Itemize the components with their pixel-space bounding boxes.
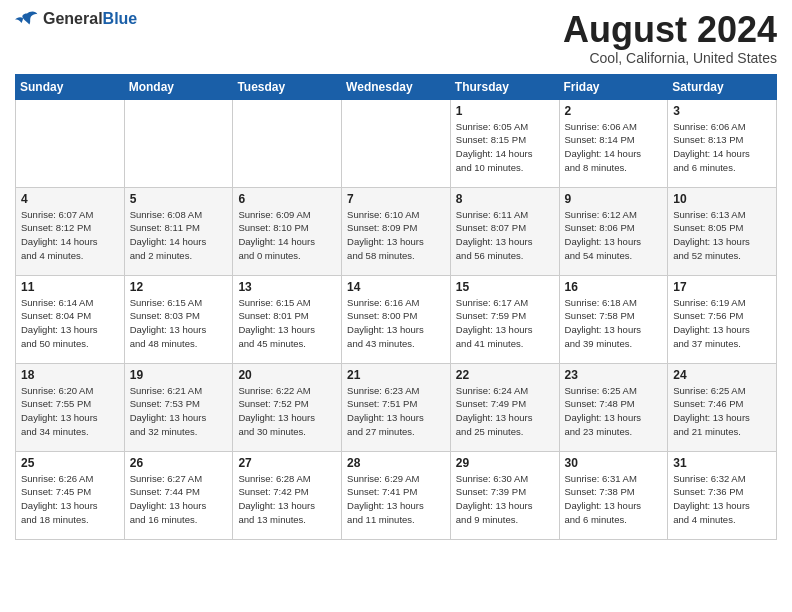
calendar-cell: 13Sunrise: 6:15 AM Sunset: 8:01 PM Dayli… bbox=[233, 275, 342, 363]
calendar-cell: 9Sunrise: 6:12 AM Sunset: 8:06 PM Daylig… bbox=[559, 187, 668, 275]
header-cell-thursday: Thursday bbox=[450, 74, 559, 99]
day-info: Sunrise: 6:29 AM Sunset: 7:41 PM Dayligh… bbox=[347, 472, 445, 527]
day-number: 21 bbox=[347, 368, 445, 382]
day-info: Sunrise: 6:20 AM Sunset: 7:55 PM Dayligh… bbox=[21, 384, 119, 439]
day-number: 26 bbox=[130, 456, 228, 470]
day-number: 29 bbox=[456, 456, 554, 470]
day-number: 16 bbox=[565, 280, 663, 294]
calendar-week-2: 11Sunrise: 6:14 AM Sunset: 8:04 PM Dayli… bbox=[16, 275, 777, 363]
day-number: 9 bbox=[565, 192, 663, 206]
day-info: Sunrise: 6:10 AM Sunset: 8:09 PM Dayligh… bbox=[347, 208, 445, 263]
location-title: Cool, California, United States bbox=[563, 50, 777, 66]
calendar-cell: 26Sunrise: 6:27 AM Sunset: 7:44 PM Dayli… bbox=[124, 451, 233, 539]
day-info: Sunrise: 6:22 AM Sunset: 7:52 PM Dayligh… bbox=[238, 384, 336, 439]
header-cell-wednesday: Wednesday bbox=[342, 74, 451, 99]
day-info: Sunrise: 6:15 AM Sunset: 8:01 PM Dayligh… bbox=[238, 296, 336, 351]
calendar-week-4: 25Sunrise: 6:26 AM Sunset: 7:45 PM Dayli… bbox=[16, 451, 777, 539]
calendar-cell: 2Sunrise: 6:06 AM Sunset: 8:14 PM Daylig… bbox=[559, 99, 668, 187]
day-number: 14 bbox=[347, 280, 445, 294]
day-info: Sunrise: 6:23 AM Sunset: 7:51 PM Dayligh… bbox=[347, 384, 445, 439]
day-number: 1 bbox=[456, 104, 554, 118]
day-info: Sunrise: 6:26 AM Sunset: 7:45 PM Dayligh… bbox=[21, 472, 119, 527]
day-number: 30 bbox=[565, 456, 663, 470]
calendar-table: SundayMondayTuesdayWednesdayThursdayFrid… bbox=[15, 74, 777, 540]
header: GeneralBlue August 2024 Cool, California… bbox=[15, 10, 777, 66]
day-number: 10 bbox=[673, 192, 771, 206]
calendar-week-0: 1Sunrise: 6:05 AM Sunset: 8:15 PM Daylig… bbox=[16, 99, 777, 187]
day-info: Sunrise: 6:31 AM Sunset: 7:38 PM Dayligh… bbox=[565, 472, 663, 527]
calendar-cell: 3Sunrise: 6:06 AM Sunset: 8:13 PM Daylig… bbox=[668, 99, 777, 187]
calendar-cell: 24Sunrise: 6:25 AM Sunset: 7:46 PM Dayli… bbox=[668, 363, 777, 451]
header-row: SundayMondayTuesdayWednesdayThursdayFrid… bbox=[16, 74, 777, 99]
calendar-cell: 5Sunrise: 6:08 AM Sunset: 8:11 PM Daylig… bbox=[124, 187, 233, 275]
day-number: 20 bbox=[238, 368, 336, 382]
title-area: August 2024 Cool, California, United Sta… bbox=[563, 10, 777, 66]
day-number: 7 bbox=[347, 192, 445, 206]
calendar-cell: 30Sunrise: 6:31 AM Sunset: 7:38 PM Dayli… bbox=[559, 451, 668, 539]
day-number: 8 bbox=[456, 192, 554, 206]
day-info: Sunrise: 6:27 AM Sunset: 7:44 PM Dayligh… bbox=[130, 472, 228, 527]
day-info: Sunrise: 6:14 AM Sunset: 8:04 PM Dayligh… bbox=[21, 296, 119, 351]
calendar-cell: 8Sunrise: 6:11 AM Sunset: 8:07 PM Daylig… bbox=[450, 187, 559, 275]
header-cell-monday: Monday bbox=[124, 74, 233, 99]
logo-bird-icon bbox=[15, 10, 39, 28]
day-number: 31 bbox=[673, 456, 771, 470]
calendar-cell: 14Sunrise: 6:16 AM Sunset: 8:00 PM Dayli… bbox=[342, 275, 451, 363]
day-number: 18 bbox=[21, 368, 119, 382]
calendar-cell: 29Sunrise: 6:30 AM Sunset: 7:39 PM Dayli… bbox=[450, 451, 559, 539]
day-info: Sunrise: 6:06 AM Sunset: 8:14 PM Dayligh… bbox=[565, 120, 663, 175]
calendar-week-1: 4Sunrise: 6:07 AM Sunset: 8:12 PM Daylig… bbox=[16, 187, 777, 275]
calendar-cell: 22Sunrise: 6:24 AM Sunset: 7:49 PM Dayli… bbox=[450, 363, 559, 451]
day-info: Sunrise: 6:21 AM Sunset: 7:53 PM Dayligh… bbox=[130, 384, 228, 439]
header-cell-sunday: Sunday bbox=[16, 74, 125, 99]
calendar-cell bbox=[16, 99, 125, 187]
day-number: 19 bbox=[130, 368, 228, 382]
day-info: Sunrise: 6:15 AM Sunset: 8:03 PM Dayligh… bbox=[130, 296, 228, 351]
day-number: 3 bbox=[673, 104, 771, 118]
calendar-cell: 23Sunrise: 6:25 AM Sunset: 7:48 PM Dayli… bbox=[559, 363, 668, 451]
calendar-cell: 19Sunrise: 6:21 AM Sunset: 7:53 PM Dayli… bbox=[124, 363, 233, 451]
calendar-cell bbox=[124, 99, 233, 187]
day-number: 25 bbox=[21, 456, 119, 470]
logo-general: General bbox=[43, 10, 103, 27]
day-number: 23 bbox=[565, 368, 663, 382]
day-number: 22 bbox=[456, 368, 554, 382]
header-cell-friday: Friday bbox=[559, 74, 668, 99]
day-number: 17 bbox=[673, 280, 771, 294]
calendar-cell: 16Sunrise: 6:18 AM Sunset: 7:58 PM Dayli… bbox=[559, 275, 668, 363]
calendar-week-3: 18Sunrise: 6:20 AM Sunset: 7:55 PM Dayli… bbox=[16, 363, 777, 451]
calendar-header: SundayMondayTuesdayWednesdayThursdayFrid… bbox=[16, 74, 777, 99]
day-number: 24 bbox=[673, 368, 771, 382]
calendar-cell: 7Sunrise: 6:10 AM Sunset: 8:09 PM Daylig… bbox=[342, 187, 451, 275]
day-number: 27 bbox=[238, 456, 336, 470]
calendar-cell: 6Sunrise: 6:09 AM Sunset: 8:10 PM Daylig… bbox=[233, 187, 342, 275]
calendar-cell: 20Sunrise: 6:22 AM Sunset: 7:52 PM Dayli… bbox=[233, 363, 342, 451]
day-info: Sunrise: 6:13 AM Sunset: 8:05 PM Dayligh… bbox=[673, 208, 771, 263]
day-number: 15 bbox=[456, 280, 554, 294]
day-info: Sunrise: 6:17 AM Sunset: 7:59 PM Dayligh… bbox=[456, 296, 554, 351]
day-number: 28 bbox=[347, 456, 445, 470]
day-info: Sunrise: 6:08 AM Sunset: 8:11 PM Dayligh… bbox=[130, 208, 228, 263]
day-info: Sunrise: 6:05 AM Sunset: 8:15 PM Dayligh… bbox=[456, 120, 554, 175]
day-number: 5 bbox=[130, 192, 228, 206]
calendar-cell: 4Sunrise: 6:07 AM Sunset: 8:12 PM Daylig… bbox=[16, 187, 125, 275]
day-number: 6 bbox=[238, 192, 336, 206]
day-number: 13 bbox=[238, 280, 336, 294]
calendar-cell: 18Sunrise: 6:20 AM Sunset: 7:55 PM Dayli… bbox=[16, 363, 125, 451]
calendar-cell: 11Sunrise: 6:14 AM Sunset: 8:04 PM Dayli… bbox=[16, 275, 125, 363]
day-info: Sunrise: 6:25 AM Sunset: 7:48 PM Dayligh… bbox=[565, 384, 663, 439]
header-cell-saturday: Saturday bbox=[668, 74, 777, 99]
day-number: 2 bbox=[565, 104, 663, 118]
day-info: Sunrise: 6:32 AM Sunset: 7:36 PM Dayligh… bbox=[673, 472, 771, 527]
day-number: 4 bbox=[21, 192, 119, 206]
day-info: Sunrise: 6:16 AM Sunset: 8:00 PM Dayligh… bbox=[347, 296, 445, 351]
day-info: Sunrise: 6:06 AM Sunset: 8:13 PM Dayligh… bbox=[673, 120, 771, 175]
calendar-cell: 17Sunrise: 6:19 AM Sunset: 7:56 PM Dayli… bbox=[668, 275, 777, 363]
day-info: Sunrise: 6:07 AM Sunset: 8:12 PM Dayligh… bbox=[21, 208, 119, 263]
month-title: August 2024 bbox=[563, 10, 777, 50]
day-info: Sunrise: 6:19 AM Sunset: 7:56 PM Dayligh… bbox=[673, 296, 771, 351]
day-info: Sunrise: 6:25 AM Sunset: 7:46 PM Dayligh… bbox=[673, 384, 771, 439]
calendar-cell: 28Sunrise: 6:29 AM Sunset: 7:41 PM Dayli… bbox=[342, 451, 451, 539]
logo-blue: Blue bbox=[103, 10, 138, 27]
day-info: Sunrise: 6:09 AM Sunset: 8:10 PM Dayligh… bbox=[238, 208, 336, 263]
